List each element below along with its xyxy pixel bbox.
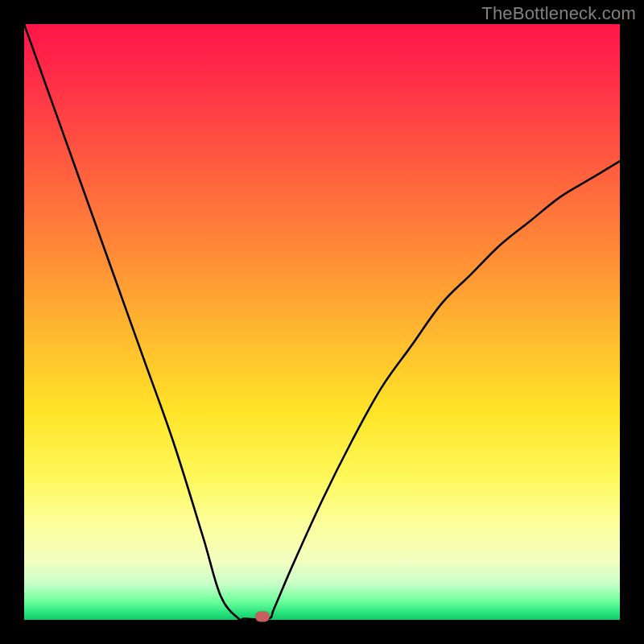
watermark-label: TheBottleneck.com	[481, 3, 636, 24]
chart-frame: TheBottleneck.com	[0, 0, 644, 644]
plot-area	[24, 24, 620, 620]
bottleneck-curve-line	[24, 24, 620, 620]
curve-svg	[24, 24, 620, 620]
optimal-point-marker	[255, 612, 270, 622]
